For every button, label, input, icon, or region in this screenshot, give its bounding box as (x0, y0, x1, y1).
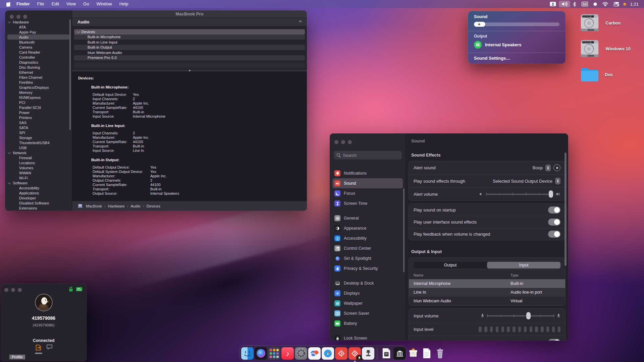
minimize-button[interactable] (341, 140, 345, 144)
sidebar-tree-item[interactable]: Thunderbolt/USB4 (5, 140, 72, 145)
volume-menu-icon[interactable] (559, 1, 570, 7)
breadcrumb-item[interactable]: Hardware (108, 204, 125, 208)
breadcrumb-item[interactable]: Audio (130, 204, 140, 208)
music-dock-icon[interactable]: ♪ (281, 347, 294, 360)
menu-item-go[interactable]: Go (79, 0, 93, 8)
remote-desktop-session-dock-icon[interactable] (348, 347, 361, 360)
sidebar-tree-item[interactable]: Apple Pay (5, 29, 72, 35)
table-row-iriun-webcam-audio[interactable]: Iriun Webcam Audio Virtual (409, 297, 565, 305)
breadcrumb-item[interactable]: MacBook (86, 204, 102, 208)
input-volume-slider[interactable] (487, 312, 554, 319)
menu-item-help[interactable]: Help (116, 0, 132, 8)
trash-dock-icon[interactable] (434, 347, 446, 360)
profile-button[interactable]: Profile (9, 355, 25, 359)
sidebar-tree-item[interactable]: Printers (5, 115, 72, 120)
sidebar-tree-item[interactable]: Card Reader (5, 50, 72, 55)
launchpad-dock-icon[interactable] (268, 347, 280, 360)
sidebar-tree-item[interactable]: Camera (5, 45, 72, 50)
volume-feedback-toggle[interactable] (548, 231, 560, 238)
output-device-row[interactable]: Internal Speakers (468, 39, 566, 49)
sidebar-item-privacy-security[interactable]: Privacy & Security (332, 263, 403, 274)
installer-file-dock-icon[interactable] (380, 347, 392, 360)
sidebar-tree-item[interactable]: SAS (5, 120, 72, 125)
sound-settings-menu-item[interactable]: Sound Settings… (468, 53, 566, 61)
sidebar-tree-item[interactable]: Disabled Software (5, 200, 72, 205)
audio-section-header[interactable]: Audio (72, 18, 307, 26)
startup-sound-toggle[interactable] (548, 206, 560, 214)
archive-box-dock-icon[interactable] (407, 347, 419, 360)
settings-search-field[interactable] (334, 151, 402, 160)
sidebar-item-accessibility[interactable]: Accessibility (332, 233, 403, 243)
ambient-noise-toggle[interactable] (548, 339, 560, 341)
remote-desktop-dock-icon[interactable] (335, 347, 347, 360)
sidebar-item-appearance[interactable]: Appearance (332, 223, 403, 233)
sidebar-tree-item[interactable]: Storage (5, 135, 72, 140)
document-dock-icon[interactable] (420, 347, 433, 360)
sidebar-tree-item[interactable]: Hardware (5, 19, 72, 24)
zoom-button[interactable] (348, 140, 352, 144)
collapse-chevron-icon[interactable] (299, 20, 302, 24)
sidebar-tree-item[interactable]: Diagnostics (5, 60, 72, 65)
volume-slider[interactable] (474, 22, 559, 27)
menu-item-edit[interactable]: Edit (48, 0, 63, 8)
close-button[interactable] (4, 288, 8, 292)
sidebar-tree-item[interactable]: SPI (5, 130, 72, 135)
sidebar-tree-item[interactable]: WWAN (5, 170, 72, 175)
sidebar-tree-item[interactable]: ATA (5, 24, 72, 29)
sidebar-item-wallpaper[interactable]: Wallpaper (332, 298, 403, 308)
sidebar-tree-item[interactable]: Power (5, 110, 72, 115)
menu-bar-clock[interactable]: 1:21 (628, 2, 640, 7)
device-row[interactable]: Built-in Microphone (74, 35, 305, 40)
finder-dock-icon[interactable] (241, 347, 254, 360)
alert-volume-knob[interactable] (549, 190, 553, 198)
sidebar-tree-item[interactable]: Memory (5, 90, 72, 95)
sidebar-tree-item[interactable]: Audio (5, 35, 72, 40)
sidebar-tree-item[interactable]: Locations (5, 160, 72, 165)
content-scrollbar[interactable] (565, 153, 567, 266)
sidebar-tree-item[interactable]: USB (5, 145, 72, 150)
minimize-button[interactable] (16, 15, 20, 19)
sidebar-tree-item[interactable]: Fibre Channel (5, 75, 72, 80)
sidebar-tree-item[interactable]: SATA (5, 125, 72, 130)
table-row-line-in[interactable]: Line In Audio line-in port (409, 288, 565, 297)
sidebar-item-battery[interactable]: Battery (332, 318, 403, 328)
menu-item-finder[interactable]: Finder (13, 0, 34, 8)
desktop-icon-windows10[interactable]: Windows 10 (579, 39, 631, 58)
sidebar-tree-item[interactable]: Bluetooth (5, 40, 72, 45)
sidebar-tree-item[interactable]: Graphics/Displays (5, 85, 72, 90)
bank-app-dock-icon[interactable] (393, 347, 406, 360)
device-row[interactable]: Built-in Line Input (74, 40, 305, 45)
contact-card-icon[interactable] (547, 1, 559, 7)
sidebar-tree-item[interactable]: Parallel SCSI (5, 105, 72, 110)
sidebar-item-general[interactable]: General (332, 213, 403, 223)
menu-item-window[interactable]: Window (93, 0, 115, 8)
sidebar-item-screen-saver[interactable]: Screen Saver (332, 308, 403, 318)
minimize-button[interactable] (11, 288, 15, 292)
sidebar-item-focus[interactable]: Focus (332, 188, 403, 198)
sidebar-tree-item[interactable]: PCI (5, 100, 72, 105)
safari-dock-icon[interactable] (322, 347, 334, 360)
alert-volume-slider[interactable] (486, 190, 553, 198)
zoom-button[interactable] (18, 288, 22, 292)
sidebar-item-lock-screen[interactable]: Lock Screen (332, 333, 403, 341)
sidebar-tree-item[interactable]: Firewall (5, 155, 72, 160)
close-button[interactable] (334, 140, 338, 144)
sidebar-tree-item[interactable]: FireWire (5, 80, 72, 85)
apple-menu-icon[interactable] (4, 1, 13, 7)
sidebar-tree-item[interactable]: Network (5, 150, 72, 155)
device-row[interactable]: Premiere Pro 6.0 (74, 55, 305, 61)
sidebar-tree-item[interactable]: Wi-Fi (5, 175, 72, 180)
sidebar-tree-item[interactable]: Software (5, 180, 72, 185)
sidebar-tree-item[interactable]: Ethernet (5, 70, 72, 75)
wifi-icon[interactable] (600, 1, 611, 7)
close-button[interactable] (10, 15, 14, 19)
breadcrumb-item[interactable]: Devices (147, 204, 160, 208)
control-center-icon[interactable] (611, 1, 622, 7)
sidebar-tree-item[interactable]: NVMExpress (5, 95, 72, 100)
menu-item-view[interactable]: View (63, 0, 79, 8)
sidebar-item-notifications[interactable]: Notifications (332, 168, 403, 178)
tab-input[interactable]: Input (487, 262, 560, 268)
sidebar-tree-item[interactable]: Developer (5, 195, 72, 200)
drawing-app-dock-icon[interactable] (308, 347, 321, 360)
search-input[interactable] (343, 153, 393, 158)
